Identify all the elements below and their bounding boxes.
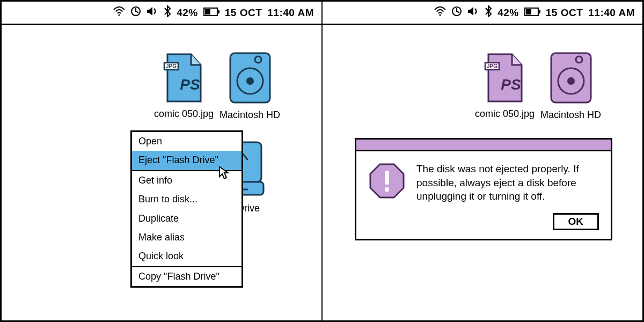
context-menu: Open Eject "Flash Drive" Get info Burn t… <box>130 130 243 288</box>
svg-rect-29 <box>385 187 389 192</box>
ctx-alias[interactable]: Make alias <box>132 228 241 247</box>
svg-rect-18 <box>526 9 531 14</box>
clock-icon <box>130 6 141 19</box>
svg-rect-28 <box>385 171 389 185</box>
svg-point-0 <box>119 14 120 16</box>
status-time: 11:40 AM <box>588 7 635 19</box>
dialog-message: The disk was not ejected properly. If po… <box>416 162 599 203</box>
battery-icon <box>524 7 540 19</box>
battery-icon <box>203 7 219 19</box>
battery-pct: 42% <box>177 7 198 19</box>
svg-rect-3 <box>205 9 210 14</box>
bluetooth-icon <box>485 5 492 20</box>
status-date: 15 OCT <box>225 7 262 19</box>
desktop-left[interactable]: JPG PS comic 050.jpg Macintosh HD <box>2 25 321 320</box>
file-label: comic 050.jpg <box>154 108 214 120</box>
hd-label: Macintosh HD <box>540 109 601 121</box>
wifi-icon <box>434 6 446 19</box>
file-icon-comic[interactable]: JPG PS comic 050.jpg <box>475 53 535 120</box>
hd-label: Macintosh HD <box>219 109 280 121</box>
error-dialog: The disk was not ejected properly. If po… <box>355 138 612 240</box>
svg-point-25 <box>567 77 575 85</box>
clock-icon <box>451 6 462 19</box>
svg-rect-19 <box>539 10 540 13</box>
hd-icon[interactable]: Macintosh HD <box>219 52 280 121</box>
svg-text:PS: PS <box>180 76 200 93</box>
volume-icon <box>467 6 479 19</box>
ctx-quicklook[interactable]: Quick look <box>132 247 241 266</box>
svg-text:JPG: JPG <box>487 63 497 69</box>
volume-icon <box>147 6 158 19</box>
svg-text:PS: PS <box>501 76 521 93</box>
status-bar: 42% 15 OCT 11:40 AM <box>323 2 642 25</box>
svg-text:JPG: JPG <box>166 63 177 69</box>
wifi-icon <box>113 6 125 19</box>
cursor-icon <box>218 166 230 178</box>
panel-right: 42% 15 OCT 11:40 AM JPG PS comic 050.jpg <box>322 0 644 322</box>
ctx-duplicate[interactable]: Duplicate <box>132 209 241 228</box>
svg-rect-4 <box>218 10 219 13</box>
harddrive-icon <box>549 52 593 106</box>
ctx-copy[interactable]: Copy "Flash Drive" <box>132 266 241 286</box>
status-date: 15 OCT <box>546 7 583 19</box>
file-label: comic 050.jpg <box>475 108 535 120</box>
dialog-titlebar[interactable] <box>356 140 611 151</box>
document-icon: JPG PS <box>484 53 526 105</box>
document-icon: JPG PS <box>163 53 205 105</box>
harddrive-icon <box>228 52 272 106</box>
warning-icon <box>368 162 406 203</box>
bluetooth-icon <box>164 5 171 20</box>
desktop-right[interactable]: JPG PS comic 050.jpg Macintosh HD <box>323 25 642 320</box>
ctx-open[interactable]: Open <box>132 132 241 151</box>
ok-button[interactable]: OK <box>553 213 599 230</box>
svg-point-10 <box>246 77 254 85</box>
status-time: 11:40 AM <box>267 7 314 19</box>
hd-icon[interactable]: Macintosh HD <box>540 52 601 121</box>
battery-pct: 42% <box>497 7 519 19</box>
status-bar: 42% 15 OCT 11:40 AM <box>2 2 321 25</box>
file-icon-comic[interactable]: JPG PS comic 050.jpg <box>154 53 214 120</box>
ctx-burn[interactable]: Burn to disk... <box>132 190 241 209</box>
svg-point-15 <box>440 14 441 16</box>
panel-left: 42% 15 OCT 11:40 AM JPG PS comic 050.jpg <box>0 0 322 322</box>
